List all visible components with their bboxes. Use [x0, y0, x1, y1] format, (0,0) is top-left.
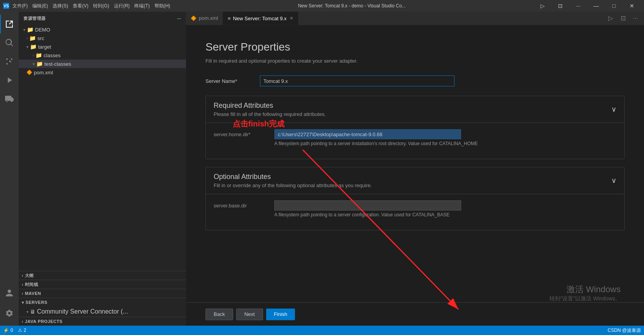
tab-pom-xml[interactable]: 🔶 pom.xml — [186, 12, 223, 25]
chevron-right-icon: › — [26, 36, 28, 40]
chevron-right-icon: › — [22, 274, 23, 278]
tree-item-demo[interactable]: ▾ 📁 DEMO — [19, 25, 186, 34]
server-tab-icon: ≡ — [228, 16, 231, 21]
tree-item-test-classes[interactable]: ▾ 📁 test-classes — [19, 60, 186, 68]
split-button[interactable]: ⊡ — [551, 0, 569, 12]
server-community[interactable]: ▾ 🖥 Community Server Connector (... — [19, 307, 186, 316]
tree-item-src[interactable]: › 📁 src — [19, 34, 186, 42]
menu-view[interactable]: 查看(V) — [73, 3, 88, 9]
activity-run[interactable] — [0, 71, 19, 89]
server-base-dir-input[interactable] — [274, 200, 461, 210]
sidebar-more-icon[interactable]: ··· — [177, 16, 181, 21]
chevron-right-icon: › — [22, 282, 23, 287]
sidebar-actions[interactable]: ··· — [177, 16, 181, 21]
attr-value-col: A filesystem path pointing to a server c… — [274, 200, 616, 217]
outline-header[interactable]: › 大纲 — [19, 271, 186, 280]
menu-run[interactable]: 运行(R) — [114, 3, 130, 9]
servers-label: SERVERS — [26, 300, 47, 305]
activity-bottom — [0, 284, 19, 326]
attr-hint: A filesystem path pointing to a server i… — [274, 141, 616, 146]
tab-label: pom.xml — [199, 15, 218, 21]
optional-attributes-card: Optional Attributes Fill in or override … — [205, 167, 625, 230]
panel-subtitle: Fill in required and optional properties… — [205, 58, 625, 64]
folder-icon: 📁 — [29, 35, 36, 41]
menu-help[interactable]: 帮助(H) — [154, 3, 170, 9]
back-button[interactable]: Back — [205, 309, 233, 320]
chevron-right-icon: › — [22, 291, 23, 296]
tree-item-classes[interactable]: › 📁 classes — [19, 51, 186, 60]
section-java-projects: › JAVA PROJECTS — [19, 317, 186, 326]
server-name-input[interactable] — [260, 75, 454, 86]
activity-source-control[interactable] — [0, 52, 19, 71]
attr-value-col: A filesystem path pointing to a server i… — [274, 129, 616, 146]
activity-search[interactable] — [0, 33, 19, 52]
maximize-button[interactable]: □ — [605, 0, 623, 12]
menu-terminal[interactable]: 终端(T) — [134, 3, 149, 9]
sidebar-title: 资源管理器 — [23, 16, 46, 21]
next-button[interactable]: Next — [236, 309, 263, 320]
section-servers: ▾ SERVERS ▾ 🖥 Community Server Connector… — [19, 298, 186, 317]
tab-label: New Server: Tomcat 9.x — [233, 16, 287, 21]
section-maven: › MAVEN — [19, 289, 186, 298]
required-desc: Please fill in all of the following requ… — [214, 111, 326, 117]
menu-bar[interactable]: 文件(F) 编辑(E) 选择(S) 查看(V) 转到(G) 运行(R) 终端(T… — [12, 3, 170, 9]
servers-header[interactable]: ▾ SERVERS — [19, 298, 186, 307]
minimize-button[interactable]: — — [587, 0, 605, 12]
menu-file[interactable]: 文件(F) — [12, 3, 28, 9]
status-errors[interactable]: ⚡ 0 — [3, 328, 13, 333]
required-attributes-card: Required Attributes Please fill in all o… — [205, 96, 625, 159]
activity-account[interactable] — [0, 284, 19, 302]
error-count: 0 — [11, 328, 13, 333]
chevron-right-icon: › — [22, 319, 23, 324]
section-outline: › 大纲 — [19, 271, 186, 280]
tree-label: target — [38, 44, 51, 50]
server-icon: 🖥 — [30, 309, 35, 315]
status-warnings[interactable]: ⚠ 2 — [18, 328, 26, 333]
button-bar: Back Next Finish — [186, 302, 644, 326]
more-button[interactable]: ··· — [569, 0, 587, 12]
content-area: 🔶 pom.xml ≡ New Server: Tomcat 9.x ✕ ▷ ⊡… — [186, 12, 644, 326]
server-name: Community Server Connector (... — [37, 308, 128, 315]
chevron-down-icon: ∨ — [611, 105, 616, 114]
window-controls[interactable]: ▷ ⊡ ··· — □ ✕ — [533, 0, 641, 12]
timeline-header[interactable]: › 时间线 — [19, 280, 186, 289]
xml-icon: 🔶 — [191, 16, 197, 21]
split-editor-button[interactable]: ⊡ — [618, 13, 628, 24]
section-timeline: › 时间线 — [19, 280, 186, 289]
activity-explorer[interactable] — [0, 15, 19, 33]
menu-select[interactable]: 选择(S) — [53, 3, 68, 9]
optional-title: Optional Attributes — [214, 173, 372, 181]
tree-label: classes — [44, 53, 60, 58]
chevron-down-icon: ▾ — [33, 62, 35, 66]
tab-new-server[interactable]: ≡ New Server: Tomcat 9.x ✕ — [223, 12, 298, 25]
tree-label: DEMO — [35, 27, 50, 33]
maven-header[interactable]: › MAVEN — [19, 289, 186, 298]
close-button[interactable]: ✕ — [623, 0, 641, 12]
menu-edit[interactable]: 编辑(E) — [32, 3, 48, 9]
optional-header[interactable]: Optional Attributes Fill in or override … — [206, 167, 624, 194]
tree-item-pomxml[interactable]: 🔶 pom.xml — [19, 68, 186, 77]
finish-button[interactable]: Finish — [266, 309, 295, 320]
optional-header-text: Optional Attributes Fill in or override … — [214, 173, 372, 188]
tree-label: test-classes — [44, 61, 71, 67]
activity-extensions[interactable] — [0, 89, 19, 108]
servers-content: ▾ 🖥 Community Server Connector (... — [19, 307, 186, 317]
folder-icon: 📁 — [35, 52, 42, 58]
required-title: Required Attributes — [214, 102, 326, 110]
activity-settings[interactable] — [0, 304, 19, 323]
optional-desc: Fill in or override any of the following… — [214, 182, 372, 188]
tree-item-target[interactable]: ▾ 📁 target — [19, 42, 186, 51]
run-action-button[interactable]: ▷ — [605, 13, 616, 24]
more-actions-button[interactable]: ··· — [630, 13, 641, 24]
menu-goto[interactable]: 转到(G) — [93, 3, 109, 9]
required-header[interactable]: Required Attributes Please fill in all o… — [206, 96, 624, 123]
server-name-label: Server Name* — [205, 78, 252, 84]
run-button[interactable]: ▷ — [533, 0, 551, 12]
outline-label: 大纲 — [25, 273, 34, 279]
watermark-credit: CSDN @波泰源 — [607, 327, 641, 334]
statusbar-right: CSDN @波泰源 — [607, 327, 641, 334]
tab-close-icon[interactable]: ✕ — [290, 16, 293, 21]
maven-label: MAVEN — [25, 291, 41, 296]
server-home-dir-input[interactable] — [274, 129, 461, 139]
java-projects-header[interactable]: › JAVA PROJECTS — [19, 317, 186, 326]
